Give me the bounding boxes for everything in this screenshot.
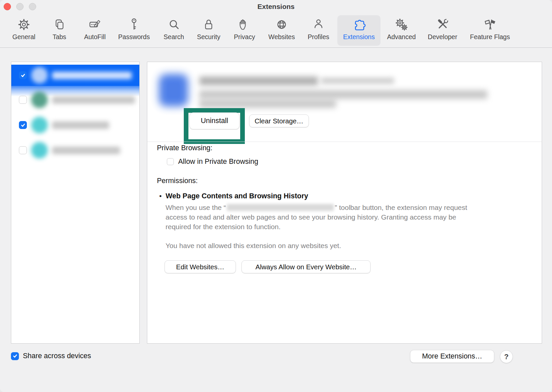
tab-label: Websites [268, 33, 295, 41]
tab-label: Advanced [387, 33, 416, 41]
tab-feature-flags[interactable]: Feature Flags [468, 15, 512, 46]
safari-settings-window: Extensions General [0, 0, 552, 392]
extension-enabled-checkbox[interactable] [19, 71, 27, 79]
titlebar: Extensions [0, 0, 552, 13]
extension-name-blurred [52, 147, 120, 154]
always-allow-button[interactable]: Always Allow on Every Website… [242, 260, 371, 273]
tab-label: Feature Flags [470, 33, 510, 41]
extension-name-blurred [52, 121, 109, 129]
extension-list-item[interactable] [11, 112, 139, 138]
tab-label: AutoFill [84, 33, 105, 41]
tab-profiles[interactable]: Profiles [297, 15, 340, 46]
globe-icon [274, 17, 289, 32]
extension-name-blurred [52, 72, 132, 79]
extension-list-item[interactable] [11, 138, 139, 163]
more-extensions-button[interactable]: More Extensions… [410, 350, 494, 363]
permission-item: • Web Page Contents and Browsing History [159, 192, 308, 200]
extension-enabled-checkbox[interactable] [19, 96, 27, 104]
permission-description: When you use the “” toolbar button, the … [166, 203, 481, 231]
extension-detail-panel: Uninstall Clear Storage… Private Browsin… [147, 62, 542, 344]
allow-private-browsing-checkbox[interactable] [167, 158, 174, 165]
key-icon [126, 17, 142, 32]
permissions-heading: Permissions: [157, 177, 198, 185]
allow-private-browsing-label: Allow in Private Browsing [178, 158, 258, 166]
gear-icon [16, 17, 32, 32]
settings-toolbar: General Tabs AutoFill [0, 13, 552, 48]
redacted-extension-name-blurred [227, 204, 334, 211]
extension-enabled-checkbox[interactable] [19, 121, 27, 129]
share-across-devices-row: Share across devices [11, 352, 91, 360]
tab-label: Extensions [343, 33, 375, 41]
bullet-icon: • [159, 192, 162, 200]
permission-status-text: You have not allowed this extension on a… [166, 242, 341, 250]
extension-list-item[interactable] [11, 87, 139, 112]
tab-label: General [12, 33, 35, 41]
edit-websites-button[interactable]: Edit Websites… [165, 260, 236, 273]
share-across-devices-label: Share across devices [23, 352, 91, 360]
extension-meta-blurred [321, 78, 394, 84]
tab-extensions[interactable]: Extensions [337, 15, 380, 46]
uninstall-button[interactable]: Uninstall [189, 112, 240, 129]
extensions-list [11, 62, 140, 344]
permission-title: Web Page Contents and Browsing History [166, 192, 308, 200]
tab-label: Search [164, 33, 184, 41]
tab-label: Passwords [118, 33, 150, 41]
private-browsing-heading: Private Browsing: [157, 144, 212, 152]
extension-enabled-checkbox[interactable] [19, 146, 27, 154]
share-across-devices-checkbox[interactable] [11, 352, 19, 360]
tab-label: Profiles [308, 33, 329, 41]
tabs-icon [52, 17, 67, 32]
tab-label: Developer [428, 33, 457, 41]
extension-title-blurred [199, 77, 318, 85]
tab-autofill[interactable]: AutoFill [73, 15, 116, 46]
clear-storage-button[interactable]: Clear Storage… [249, 114, 309, 127]
tools-icon [435, 17, 450, 32]
flags-icon [482, 17, 498, 32]
tab-label: Tabs [52, 33, 66, 41]
section-divider [147, 142, 542, 142]
gears-icon [394, 17, 409, 32]
tab-privacy[interactable]: Privacy [223, 15, 266, 46]
question-mark-icon: ? [504, 353, 509, 361]
extension-list-item-selected[interactable] [11, 65, 139, 86]
websites-buttons-row: Edit Websites… Always Allow on Every Web… [165, 260, 371, 273]
tab-passwords[interactable]: Passwords [112, 15, 156, 46]
person-icon [311, 17, 326, 32]
lock-icon [201, 17, 216, 32]
extension-app-icon-blurred [159, 74, 188, 106]
extension-icon-blurred [31, 117, 48, 133]
tab-advanced[interactable]: Advanced [380, 15, 423, 46]
extension-name-blurred [52, 96, 135, 104]
window-title: Extensions [0, 3, 552, 11]
extension-description-blurred [199, 90, 487, 99]
hand-icon [237, 17, 252, 32]
extension-icon-blurred [31, 67, 48, 84]
magnifier-icon [166, 17, 181, 32]
tab-label: Security [197, 33, 220, 41]
extension-icon-blurred [31, 142, 48, 159]
autofill-icon [87, 17, 103, 32]
tab-developer[interactable]: Developer [421, 15, 464, 46]
help-button[interactable]: ? [500, 350, 513, 363]
puzzle-icon [351, 17, 367, 32]
extension-description-blurred [199, 100, 336, 108]
permission-description-prefix: When you use the “ [166, 204, 226, 211]
allow-private-browsing-row: Allow in Private Browsing [167, 158, 258, 166]
tab-label: Privacy [234, 33, 255, 41]
extension-icon-blurred [31, 92, 48, 108]
